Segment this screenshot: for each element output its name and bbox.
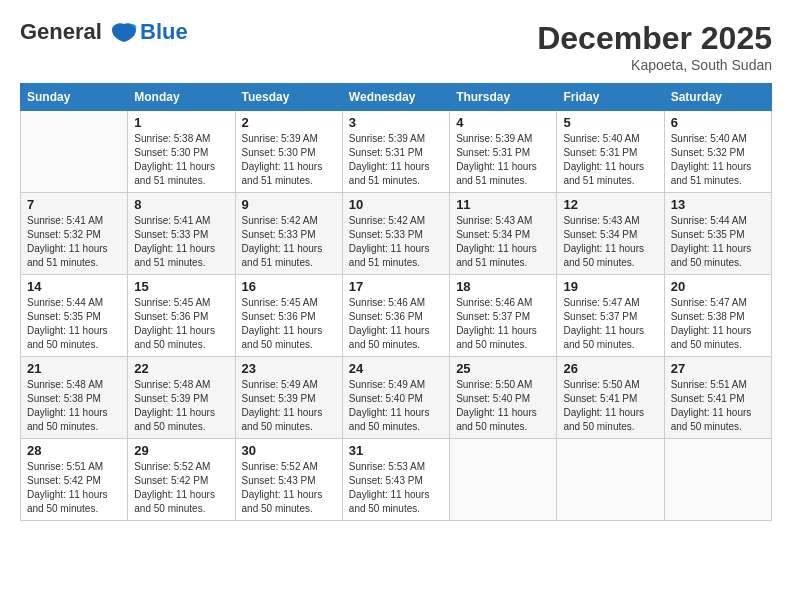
day-info: Sunrise: 5:42 AM Sunset: 5:33 PM Dayligh… — [242, 214, 336, 270]
day-info: Sunrise: 5:39 AM Sunset: 5:30 PM Dayligh… — [242, 132, 336, 188]
day-cell: 29Sunrise: 5:52 AM Sunset: 5:42 PM Dayli… — [128, 439, 235, 521]
day-cell: 13Sunrise: 5:44 AM Sunset: 5:35 PM Dayli… — [664, 193, 771, 275]
day-number: 25 — [456, 361, 550, 376]
day-info: Sunrise: 5:45 AM Sunset: 5:36 PM Dayligh… — [242, 296, 336, 352]
day-cell: 22Sunrise: 5:48 AM Sunset: 5:39 PM Dayli… — [128, 357, 235, 439]
day-info: Sunrise: 5:44 AM Sunset: 5:35 PM Dayligh… — [671, 214, 765, 270]
day-number: 13 — [671, 197, 765, 212]
day-number: 11 — [456, 197, 550, 212]
day-info: Sunrise: 5:53 AM Sunset: 5:43 PM Dayligh… — [349, 460, 443, 516]
day-cell — [21, 111, 128, 193]
day-cell: 25Sunrise: 5:50 AM Sunset: 5:40 PM Dayli… — [450, 357, 557, 439]
day-info: Sunrise: 5:40 AM Sunset: 5:32 PM Dayligh… — [671, 132, 765, 188]
day-info: Sunrise: 5:49 AM Sunset: 5:39 PM Dayligh… — [242, 378, 336, 434]
logo-bird-icon — [110, 22, 138, 44]
col-header-tuesday: Tuesday — [235, 84, 342, 111]
day-info: Sunrise: 5:39 AM Sunset: 5:31 PM Dayligh… — [349, 132, 443, 188]
day-number: 6 — [671, 115, 765, 130]
day-info: Sunrise: 5:49 AM Sunset: 5:40 PM Dayligh… — [349, 378, 443, 434]
day-cell: 20Sunrise: 5:47 AM Sunset: 5:38 PM Dayli… — [664, 275, 771, 357]
day-number: 2 — [242, 115, 336, 130]
day-cell: 10Sunrise: 5:42 AM Sunset: 5:33 PM Dayli… — [342, 193, 449, 275]
day-cell: 27Sunrise: 5:51 AM Sunset: 5:41 PM Dayli… — [664, 357, 771, 439]
day-info: Sunrise: 5:50 AM Sunset: 5:41 PM Dayligh… — [563, 378, 657, 434]
day-info: Sunrise: 5:38 AM Sunset: 5:30 PM Dayligh… — [134, 132, 228, 188]
day-number: 5 — [563, 115, 657, 130]
day-cell: 1Sunrise: 5:38 AM Sunset: 5:30 PM Daylig… — [128, 111, 235, 193]
col-header-monday: Monday — [128, 84, 235, 111]
day-info: Sunrise: 5:40 AM Sunset: 5:31 PM Dayligh… — [563, 132, 657, 188]
logo-line2: Blue — [140, 20, 188, 44]
calendar-table: SundayMondayTuesdayWednesdayThursdayFrid… — [20, 83, 772, 521]
logo: General Blue — [20, 20, 188, 44]
col-header-friday: Friday — [557, 84, 664, 111]
day-info: Sunrise: 5:47 AM Sunset: 5:38 PM Dayligh… — [671, 296, 765, 352]
day-info: Sunrise: 5:48 AM Sunset: 5:39 PM Dayligh… — [134, 378, 228, 434]
day-cell: 21Sunrise: 5:48 AM Sunset: 5:38 PM Dayli… — [21, 357, 128, 439]
day-number: 18 — [456, 279, 550, 294]
day-info: Sunrise: 5:42 AM Sunset: 5:33 PM Dayligh… — [349, 214, 443, 270]
day-number: 14 — [27, 279, 121, 294]
day-info: Sunrise: 5:45 AM Sunset: 5:36 PM Dayligh… — [134, 296, 228, 352]
day-cell: 8Sunrise: 5:41 AM Sunset: 5:33 PM Daylig… — [128, 193, 235, 275]
day-number: 31 — [349, 443, 443, 458]
day-cell — [557, 439, 664, 521]
day-cell: 2Sunrise: 5:39 AM Sunset: 5:30 PM Daylig… — [235, 111, 342, 193]
day-cell: 14Sunrise: 5:44 AM Sunset: 5:35 PM Dayli… — [21, 275, 128, 357]
col-header-sunday: Sunday — [21, 84, 128, 111]
day-info: Sunrise: 5:48 AM Sunset: 5:38 PM Dayligh… — [27, 378, 121, 434]
day-number: 3 — [349, 115, 443, 130]
day-info: Sunrise: 5:41 AM Sunset: 5:33 PM Dayligh… — [134, 214, 228, 270]
day-cell: 9Sunrise: 5:42 AM Sunset: 5:33 PM Daylig… — [235, 193, 342, 275]
day-number: 28 — [27, 443, 121, 458]
day-number: 9 — [242, 197, 336, 212]
day-info: Sunrise: 5:41 AM Sunset: 5:32 PM Dayligh… — [27, 214, 121, 270]
day-cell — [664, 439, 771, 521]
day-number: 7 — [27, 197, 121, 212]
day-number: 12 — [563, 197, 657, 212]
week-row-1: 1Sunrise: 5:38 AM Sunset: 5:30 PM Daylig… — [21, 111, 772, 193]
title-block: December 2025 Kapoeta, South Sudan — [537, 20, 772, 73]
day-info: Sunrise: 5:46 AM Sunset: 5:36 PM Dayligh… — [349, 296, 443, 352]
day-cell: 15Sunrise: 5:45 AM Sunset: 5:36 PM Dayli… — [128, 275, 235, 357]
day-info: Sunrise: 5:46 AM Sunset: 5:37 PM Dayligh… — [456, 296, 550, 352]
day-number: 17 — [349, 279, 443, 294]
day-number: 15 — [134, 279, 228, 294]
day-number: 16 — [242, 279, 336, 294]
day-cell: 6Sunrise: 5:40 AM Sunset: 5:32 PM Daylig… — [664, 111, 771, 193]
col-header-thursday: Thursday — [450, 84, 557, 111]
day-number: 23 — [242, 361, 336, 376]
day-cell: 18Sunrise: 5:46 AM Sunset: 5:37 PM Dayli… — [450, 275, 557, 357]
day-cell: 17Sunrise: 5:46 AM Sunset: 5:36 PM Dayli… — [342, 275, 449, 357]
day-cell: 30Sunrise: 5:52 AM Sunset: 5:43 PM Dayli… — [235, 439, 342, 521]
day-info: Sunrise: 5:51 AM Sunset: 5:41 PM Dayligh… — [671, 378, 765, 434]
day-number: 24 — [349, 361, 443, 376]
location: Kapoeta, South Sudan — [537, 57, 772, 73]
day-cell: 31Sunrise: 5:53 AM Sunset: 5:43 PM Dayli… — [342, 439, 449, 521]
week-row-5: 28Sunrise: 5:51 AM Sunset: 5:42 PM Dayli… — [21, 439, 772, 521]
day-number: 1 — [134, 115, 228, 130]
day-info: Sunrise: 5:39 AM Sunset: 5:31 PM Dayligh… — [456, 132, 550, 188]
month-title: December 2025 — [537, 20, 772, 57]
day-info: Sunrise: 5:44 AM Sunset: 5:35 PM Dayligh… — [27, 296, 121, 352]
day-number: 10 — [349, 197, 443, 212]
day-number: 30 — [242, 443, 336, 458]
day-number: 29 — [134, 443, 228, 458]
day-number: 20 — [671, 279, 765, 294]
day-cell: 5Sunrise: 5:40 AM Sunset: 5:31 PM Daylig… — [557, 111, 664, 193]
day-info: Sunrise: 5:43 AM Sunset: 5:34 PM Dayligh… — [456, 214, 550, 270]
day-info: Sunrise: 5:52 AM Sunset: 5:42 PM Dayligh… — [134, 460, 228, 516]
day-number: 21 — [27, 361, 121, 376]
col-header-saturday: Saturday — [664, 84, 771, 111]
day-cell: 23Sunrise: 5:49 AM Sunset: 5:39 PM Dayli… — [235, 357, 342, 439]
week-row-4: 21Sunrise: 5:48 AM Sunset: 5:38 PM Dayli… — [21, 357, 772, 439]
day-info: Sunrise: 5:50 AM Sunset: 5:40 PM Dayligh… — [456, 378, 550, 434]
col-header-wednesday: Wednesday — [342, 84, 449, 111]
day-number: 26 — [563, 361, 657, 376]
page-header: General Blue December 2025 Kapoeta, Sout… — [20, 20, 772, 73]
day-info: Sunrise: 5:47 AM Sunset: 5:37 PM Dayligh… — [563, 296, 657, 352]
day-number: 27 — [671, 361, 765, 376]
day-cell: 4Sunrise: 5:39 AM Sunset: 5:31 PM Daylig… — [450, 111, 557, 193]
day-cell: 12Sunrise: 5:43 AM Sunset: 5:34 PM Dayli… — [557, 193, 664, 275]
day-info: Sunrise: 5:51 AM Sunset: 5:42 PM Dayligh… — [27, 460, 121, 516]
